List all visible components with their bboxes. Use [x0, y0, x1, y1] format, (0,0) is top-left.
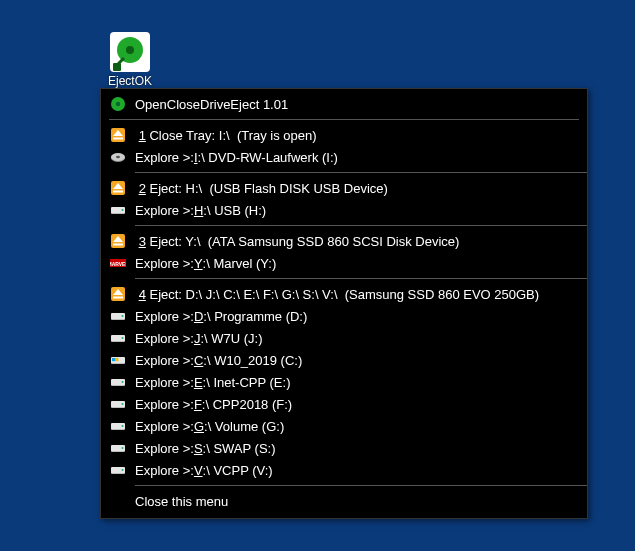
menu-separator	[135, 278, 587, 279]
eject-item[interactable]: 1 Close Tray: I:\ (Tray is open)	[101, 124, 587, 146]
explore-label: Explore >: Y:\ Marvel (Y:)	[135, 256, 276, 271]
menu-separator	[135, 172, 587, 173]
explore-item[interactable]: Explore >: S:\ SWAP (S:)	[101, 437, 587, 459]
eject-icon	[109, 179, 127, 197]
drive-icon	[109, 148, 127, 166]
drive-icon	[109, 201, 127, 219]
eject-icon	[109, 285, 127, 303]
explore-item[interactable]: Explore >: J:\ W7U (J:)	[101, 327, 587, 349]
svg-rect-7	[113, 138, 123, 140]
svg-rect-32	[112, 358, 115, 361]
explore-label: Explore >: J:\ W7U (J:)	[135, 331, 263, 346]
svg-point-48	[122, 469, 124, 471]
eject-item[interactable]: 3 Eject: Y:\ (ATA Samsung SSD 860 SCSI D…	[101, 230, 587, 252]
explore-label: Explore >: D:\ Programme (D:)	[135, 309, 307, 324]
svg-point-36	[122, 381, 124, 383]
close-menu-item[interactable]: Close this menu	[101, 490, 587, 512]
close-menu-label: Close this menu	[135, 494, 228, 509]
eject-icon	[109, 232, 127, 250]
explore-label: Explore >: S:\ SWAP (S:)	[135, 441, 276, 456]
menu-separator	[109, 119, 579, 120]
drive-icon	[109, 439, 127, 457]
svg-point-2	[126, 46, 134, 54]
drive-icon	[109, 461, 127, 479]
explore-label: Explore >: E:\ Inet-CPP (E:)	[135, 375, 290, 390]
explore-item[interactable]: Explore >: D:\ Programme (D:)	[101, 305, 587, 327]
eject-label: 1 Close Tray: I:\ (Tray is open)	[135, 128, 317, 143]
explore-item[interactable]: Explore >: H:\ USB (H:)	[101, 199, 587, 221]
svg-point-15	[122, 209, 124, 211]
drive-icon	[109, 329, 127, 347]
svg-rect-12	[113, 191, 123, 193]
explore-item[interactable]: Explore >: V:\ VCPP (V:)	[101, 459, 587, 481]
explore-item[interactable]: Explore >: F:\ CPP2018 (F:)	[101, 393, 587, 415]
desktop-shortcut-label: EjectOK	[98, 74, 162, 88]
app-icon	[109, 95, 127, 113]
svg-point-27	[122, 337, 124, 339]
drive-icon: MARVEL	[109, 254, 127, 272]
menu-title: OpenCloseDriveEject 1.01	[135, 97, 288, 112]
svg-rect-33	[115, 358, 118, 361]
eject-item[interactable]: 2 Eject: H:\ (USB Flash DISK USB Device)	[101, 177, 587, 199]
explore-label: Explore >: C:\ W10_2019 (C:)	[135, 353, 302, 368]
tray-context-menu: OpenCloseDriveEject 1.01 1 Close Tray: I…	[100, 88, 588, 519]
menu-separator	[135, 225, 587, 226]
menu-separator	[135, 485, 587, 486]
svg-point-45	[122, 447, 124, 449]
svg-rect-17	[113, 244, 123, 246]
eject-label: 4 Eject: D:\ J:\ C:\ E:\ F:\ G:\ S:\ V:\…	[135, 287, 539, 302]
desktop-shortcut-ejectok[interactable]: EjectOK	[98, 32, 162, 88]
svg-point-42	[122, 425, 124, 427]
drive-icon	[109, 395, 127, 413]
drive-icon	[109, 307, 127, 325]
explore-label: Explore >: V:\ VCPP (V:)	[135, 463, 273, 478]
eject-icon	[109, 126, 127, 144]
svg-point-39	[122, 403, 124, 405]
drive-icon	[109, 351, 127, 369]
explore-item[interactable]: MARVELExplore >: Y:\ Marvel (Y:)	[101, 252, 587, 274]
svg-text:MARVEL: MARVEL	[110, 261, 126, 267]
explore-label: Explore >: F:\ CPP2018 (F:)	[135, 397, 292, 412]
svg-rect-3	[113, 63, 121, 71]
explore-label: Explore >: H:\ USB (H:)	[135, 203, 266, 218]
svg-rect-21	[113, 297, 123, 299]
explore-item[interactable]: Explore >: C:\ W10_2019 (C:)	[101, 349, 587, 371]
explore-label: Explore >: I:\ DVD-RW-Laufwerk (I:)	[135, 150, 338, 165]
explore-label: Explore >: G:\ Volume (G:)	[135, 419, 284, 434]
menu-title-row[interactable]: OpenCloseDriveEject 1.01	[101, 93, 587, 115]
explore-item[interactable]: Explore >: E:\ Inet-CPP (E:)	[101, 371, 587, 393]
svg-point-24	[122, 315, 124, 317]
svg-point-5	[116, 102, 120, 106]
drive-icon	[109, 417, 127, 435]
drive-icon	[109, 373, 127, 391]
eject-label: 2 Eject: H:\ (USB Flash DISK USB Device)	[135, 181, 388, 196]
eject-label: 3 Eject: Y:\ (ATA Samsung SSD 860 SCSI D…	[135, 234, 459, 249]
explore-item[interactable]: Explore >: I:\ DVD-RW-Laufwerk (I:)	[101, 146, 587, 168]
app-icon	[110, 32, 150, 72]
svg-point-10	[116, 156, 120, 158]
explore-item[interactable]: Explore >: G:\ Volume (G:)	[101, 415, 587, 437]
eject-item[interactable]: 4 Eject: D:\ J:\ C:\ E:\ F:\ G:\ S:\ V:\…	[101, 283, 587, 305]
